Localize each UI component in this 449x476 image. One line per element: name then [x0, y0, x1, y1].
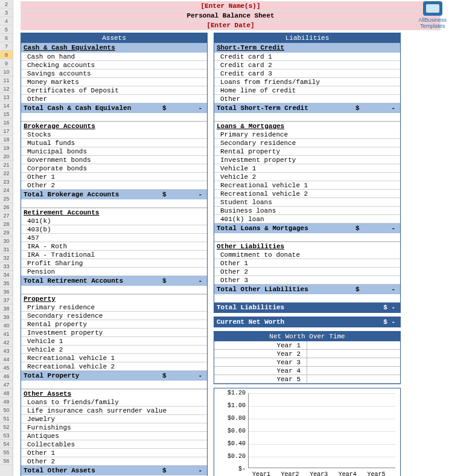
row-header-20[interactable]: 20	[0, 152, 13, 161]
cash-item-4[interactable]: Certificates of Deposit	[21, 86, 207, 95]
row-header-33[interactable]: 33	[0, 262, 13, 271]
row-header-47[interactable]: 47	[0, 381, 13, 389]
row-header-40[interactable]: 40	[0, 321, 13, 330]
loans-item-2[interactable]: Rental property	[214, 147, 400, 156]
loans-item-5[interactable]: Vehicle 2	[214, 173, 400, 181]
short-credit-item-3[interactable]: Loans from friends/family	[214, 78, 400, 86]
row-header-25[interactable]: 25	[0, 195, 13, 203]
short-credit-item-5[interactable]: Other	[214, 95, 400, 103]
row-header-28[interactable]: 28	[0, 220, 13, 228]
cash-item-3[interactable]: Money markets	[21, 78, 207, 86]
row-header-46[interactable]: 46	[0, 372, 13, 381]
date-placeholder[interactable]: [Enter Date]	[21, 21, 441, 30]
cash-item-2[interactable]: Savings accounts	[21, 69, 207, 78]
row-header-35[interactable]: 35	[0, 279, 13, 288]
property-item-2[interactable]: Rental property	[21, 320, 207, 329]
row-header-13[interactable]: 13	[0, 93, 13, 101]
row-header-48[interactable]: 48	[0, 389, 13, 397]
loans-item-6[interactable]: Recreational vehicle 1	[214, 181, 400, 190]
short-credit-item-2[interactable]: Credit card 3	[214, 69, 400, 78]
row-header-10[interactable]: 10	[0, 68, 13, 76]
retirement-item-1[interactable]: 403(b)	[21, 225, 207, 234]
loans-item-1[interactable]: Secondary residence	[214, 139, 400, 147]
brokerage-item-4[interactable]: Corporate bonds	[21, 164, 207, 173]
other-liab-item-2[interactable]: Other 2	[214, 268, 400, 276]
cash-item-5[interactable]: Other	[21, 95, 207, 103]
property-item-3[interactable]: Investment property	[21, 329, 207, 337]
row-header-38[interactable]: 38	[0, 304, 13, 313]
row-header-26[interactable]: 26	[0, 203, 13, 211]
brokerage-item-3[interactable]: Government bonds	[21, 156, 207, 164]
networth-row-2[interactable]: Year 3	[214, 358, 400, 367]
row-header-42[interactable]: 42	[0, 338, 13, 347]
loans-item-4[interactable]: Vehicle 1	[214, 164, 400, 173]
row-header-32[interactable]: 32	[0, 254, 13, 262]
row-header-23[interactable]: 23	[0, 178, 13, 186]
row-header-49[interactable]: 49	[0, 397, 13, 406]
other-liab-item-3[interactable]: Other 3	[214, 276, 400, 285]
loans-item-8[interactable]: Student loans	[214, 198, 400, 207]
row-header-4[interactable]: 4	[0, 17, 13, 25]
short-credit-item-0[interactable]: Credit card 1	[214, 53, 400, 61]
other-assets-item-2[interactable]: Jewelry	[21, 415, 207, 423]
row-header-52[interactable]: 52	[0, 423, 13, 431]
networth-row-4[interactable]: Year 5	[214, 375, 400, 384]
networth-row-value[interactable]	[307, 375, 400, 383]
row-header-54[interactable]: 54	[0, 440, 13, 448]
retirement-item-6[interactable]: Pension	[21, 268, 207, 276]
short-credit-item-4[interactable]: Home line of credit	[214, 86, 400, 95]
row-header-53[interactable]: 53	[0, 431, 13, 440]
networth-row-1[interactable]: Year 2	[214, 350, 400, 358]
loans-item-3[interactable]: Investment property	[214, 156, 400, 164]
cash-item-0[interactable]: Cash on hand	[21, 53, 207, 61]
networth-row-3[interactable]: Year 4	[214, 367, 400, 375]
networth-row-value[interactable]	[307, 367, 400, 375]
row-header-56[interactable]: 56	[0, 457, 13, 465]
other-assets-item-5[interactable]: Collectables	[21, 440, 207, 449]
networth-row-value[interactable]	[307, 350, 400, 358]
retirement-item-5[interactable]: Profit Sharing	[21, 259, 207, 268]
row-header-34[interactable]: 34	[0, 271, 13, 279]
other-liab-item-0[interactable]: Commitment to donate	[214, 251, 400, 259]
row-header-44[interactable]: 44	[0, 355, 13, 364]
other-assets-item-4[interactable]: Antiques	[21, 432, 207, 440]
brokerage-item-0[interactable]: Stocks	[21, 130, 207, 139]
row-header-5[interactable]: 5	[0, 25, 13, 34]
name-placeholder[interactable]: [Enter Name(s)]	[21, 1, 441, 11]
row-header-51[interactable]: 51	[0, 414, 13, 423]
retirement-item-3[interactable]: IRA - Roth	[21, 242, 207, 251]
brokerage-item-5[interactable]: Other 1	[21, 173, 207, 181]
row-header-22[interactable]: 22	[0, 169, 13, 178]
property-item-1[interactable]: Secondary residence	[21, 312, 207, 320]
row-header-30[interactable]: 30	[0, 237, 13, 245]
other-assets-item-6[interactable]: Other 1	[21, 449, 207, 457]
property-item-0[interactable]: Primary residence	[21, 303, 207, 312]
row-header-9[interactable]: 9	[0, 59, 13, 68]
retirement-item-2[interactable]: 457	[21, 234, 207, 242]
loans-item-0[interactable]: Primary residence	[214, 130, 400, 139]
other-assets-item-0[interactable]: Loans to friends/family	[21, 398, 207, 407]
property-item-7[interactable]: Recreational vehicle 2	[21, 362, 207, 371]
row-header-39[interactable]: 39	[0, 313, 13, 321]
other-assets-item-3[interactable]: Furnishings	[21, 423, 207, 432]
loans-item-7[interactable]: Recreational vehicle 2	[214, 190, 400, 198]
other-assets-item-7[interactable]: Other 2	[21, 457, 207, 466]
row-header-18[interactable]: 18	[0, 135, 13, 144]
row-header-27[interactable]: 27	[0, 211, 13, 220]
row-header-19[interactable]: 19	[0, 144, 13, 152]
property-item-4[interactable]: Vehicle 1	[21, 337, 207, 346]
row-header-14[interactable]: 14	[0, 101, 13, 110]
property-item-5[interactable]: Vehicle 2	[21, 346, 207, 354]
row-header-55[interactable]: 55	[0, 448, 13, 457]
row-header-17[interactable]: 17	[0, 127, 13, 135]
retirement-item-0[interactable]: 401(k)	[21, 217, 207, 225]
brokerage-item-2[interactable]: Municipal bonds	[21, 147, 207, 156]
retirement-item-4[interactable]: IRA - Traditional	[21, 251, 207, 259]
property-item-6[interactable]: Recreational vehicle 1	[21, 354, 207, 362]
row-header-31[interactable]: 31	[0, 245, 13, 254]
row-header-12[interactable]: 12	[0, 85, 13, 93]
brokerage-item-6[interactable]: Other 2	[21, 181, 207, 190]
row-header-36[interactable]: 36	[0, 288, 13, 296]
row-header-8[interactable]: 8	[0, 51, 13, 59]
loans-item-10[interactable]: 401(k) loan	[214, 215, 400, 224]
